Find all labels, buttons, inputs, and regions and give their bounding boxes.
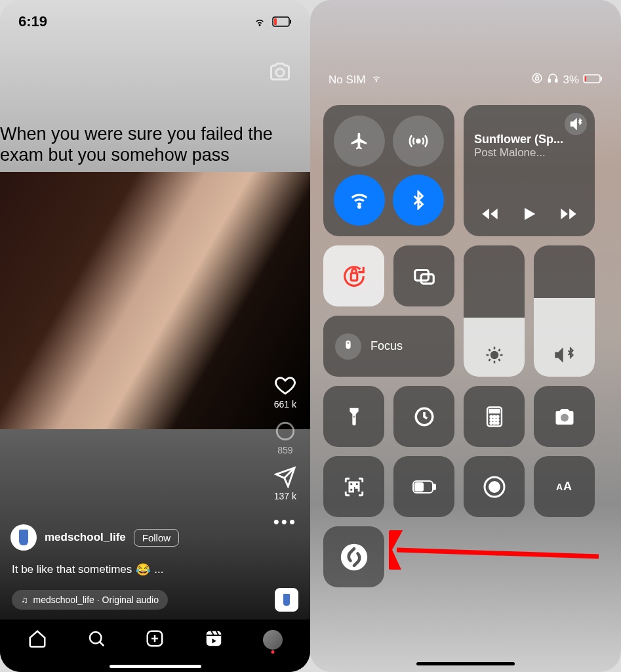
screen-mirroring-button[interactable] — [393, 245, 454, 306]
svg-point-46 — [489, 482, 499, 492]
reel-caption[interactable]: It be like that sometimes 😂 ... — [12, 562, 163, 577]
svg-point-35 — [490, 422, 492, 424]
battery-percentage: 3% — [563, 74, 579, 87]
svg-point-34 — [496, 419, 498, 421]
media-artist: Post Malone... — [474, 146, 584, 159]
follow-button[interactable]: Follow — [134, 529, 179, 547]
control-center-screen: No SIM 3% — [310, 0, 621, 672]
laughing-emoji: 😂 — [136, 562, 150, 577]
svg-point-29 — [490, 415, 492, 417]
orientation-lock-toggle[interactable] — [323, 245, 384, 306]
media-playback-tile[interactable]: Sunflower (Sp... Post Malone... — [464, 105, 595, 236]
previous-track-button[interactable] — [481, 205, 499, 226]
svg-rect-8 — [207, 631, 222, 646]
text-size-large-icon: A — [563, 480, 572, 494]
svg-rect-15 — [601, 77, 602, 81]
svg-point-6 — [90, 632, 102, 644]
svg-rect-11 — [536, 77, 539, 81]
cellular-data-toggle[interactable] — [393, 116, 444, 167]
volume-fill — [534, 298, 595, 377]
svg-rect-16 — [585, 76, 586, 81]
brightness-icon — [485, 345, 504, 365]
more-options-button[interactable]: ••• — [273, 512, 297, 532]
screen-record-button[interactable] — [464, 456, 525, 517]
camera-button[interactable] — [534, 386, 595, 447]
author-avatar[interactable] — [10, 524, 37, 551]
svg-point-31 — [496, 415, 498, 417]
svg-point-32 — [490, 419, 492, 421]
control-center: Sunflower (Sp... Post Malone... — [323, 105, 608, 587]
focus-button[interactable]: Focus — [323, 316, 454, 377]
nav-reels[interactable] — [204, 629, 224, 651]
svg-rect-12 — [549, 79, 551, 83]
focus-icon — [335, 333, 361, 360]
text-size-small-icon: A — [556, 482, 563, 492]
wifi-icon — [252, 16, 267, 28]
svg-rect-43 — [433, 484, 435, 490]
reel-overlay-text: When you were sure you failed the exam b… — [0, 123, 302, 166]
play-;button[interactable] — [520, 205, 538, 226]
volume-bluetooth-icon — [553, 345, 576, 365]
instagram-reels-screen: 6:19 When you were sure you failed the e… — [0, 0, 310, 672]
svg-point-37 — [496, 422, 498, 424]
status-time: 6:19 — [18, 13, 47, 30]
reel-video[interactable] — [0, 172, 310, 429]
nav-search[interactable] — [87, 629, 106, 651]
nav-home[interactable] — [28, 629, 47, 651]
shazam-button[interactable] — [323, 526, 384, 587]
home-indicator[interactable] — [110, 665, 201, 668]
timer-button[interactable] — [393, 386, 454, 447]
next-track-button[interactable] — [559, 205, 578, 226]
wifi-toggle[interactable] — [334, 175, 385, 226]
svg-point-25 — [353, 415, 355, 417]
home-indicator[interactable] — [416, 662, 515, 665]
svg-rect-19 — [351, 273, 357, 280]
bottom-nav — [0, 620, 310, 672]
brightness-slider[interactable] — [464, 245, 525, 377]
qr-scan-button[interactable] — [323, 456, 384, 517]
share-button[interactable]: 137 k — [274, 466, 296, 501]
wifi-icon — [370, 73, 383, 87]
svg-point-30 — [493, 415, 495, 417]
svg-rect-41 — [349, 488, 353, 492]
nav-profile[interactable] — [263, 630, 283, 650]
volume-slider[interactable] — [534, 245, 595, 377]
svg-rect-28 — [489, 410, 499, 413]
svg-point-17 — [417, 140, 420, 143]
music-note-icon: ♫ — [21, 595, 28, 605]
text-size-button[interactable]: AA — [534, 456, 595, 517]
bluetooth-toggle[interactable] — [393, 175, 444, 226]
svg-point-33 — [493, 419, 495, 421]
svg-rect-40 — [355, 482, 359, 486]
svg-point-18 — [359, 206, 361, 208]
like-button[interactable]: 661 k — [274, 374, 296, 410]
audio-pill[interactable]: ♫ medschool_life · Original audio — [12, 590, 168, 610]
headphones-icon — [547, 72, 559, 87]
svg-rect-39 — [349, 482, 353, 486]
audio-output-button[interactable] — [565, 113, 587, 135]
svg-point-4 — [276, 69, 284, 77]
comment-button[interactable]: 859 — [274, 420, 296, 455]
flashlight-button[interactable] — [323, 386, 384, 447]
svg-rect-44 — [415, 483, 423, 491]
svg-rect-2 — [290, 20, 291, 24]
audio-thumbnail[interactable] — [275, 588, 298, 612]
calculator-button[interactable] — [464, 386, 525, 447]
svg-point-24 — [491, 352, 498, 358]
status-bar: No SIM 3% — [310, 72, 621, 87]
battery-low-icon — [583, 74, 603, 87]
camera-button[interactable] — [264, 56, 296, 87]
orientation-lock-status-icon — [531, 72, 543, 87]
reel-action-rail: 661 k 859 137 k ••• — [273, 374, 297, 532]
reel-author-row: medschool_life Follow — [10, 524, 179, 551]
low-power-mode-button[interactable] — [393, 456, 454, 517]
svg-point-0 — [259, 25, 260, 26]
airplane-mode-toggle[interactable] — [334, 116, 385, 167]
nav-create[interactable] — [145, 629, 165, 651]
media-title: Sunflower (Sp... — [474, 133, 584, 146]
svg-point-23 — [347, 341, 350, 344]
connectivity-tile[interactable] — [323, 105, 454, 236]
svg-point-9 — [376, 81, 376, 81]
author-username[interactable]: medschool_life — [45, 531, 126, 544]
carrier-label: No SIM — [329, 74, 366, 87]
